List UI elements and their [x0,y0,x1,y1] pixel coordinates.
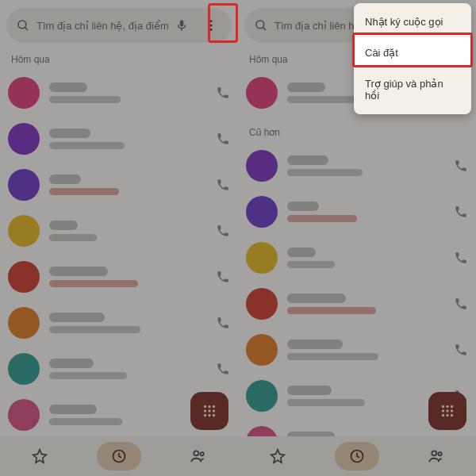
menu-settings[interactable]: Cài đặt [354,37,471,68]
contact-avatar [8,77,40,109]
call-detail-blurred [49,418,122,425]
call-icon[interactable] [216,132,230,146]
call-log-row[interactable] [238,189,476,235]
menu-call-log[interactable]: Nhật ký cuộc gọi [354,6,471,37]
call-icon[interactable] [216,224,230,238]
svg-point-20 [446,405,448,408]
svg-point-17 [256,21,264,29]
call-detail-blurred [287,307,376,314]
contact-avatar [8,353,40,385]
contact-name-blurred [287,294,346,303]
svg-point-25 [442,414,444,416]
svg-point-23 [446,409,448,412]
contact-name-blurred [49,129,90,138]
svg-point-9 [208,409,210,412]
contact-name-blurred [287,155,328,165]
svg-point-29 [432,451,436,455]
search-icon [254,18,268,33]
svg-point-26 [446,414,448,416]
nav-contacts[interactable] [414,442,459,470]
row-body [49,221,206,241]
call-detail-blurred [49,188,119,195]
contact-name-blurred [49,175,81,184]
call-log-row[interactable] [0,346,238,392]
row-body [287,386,444,406]
nav-recents[interactable] [97,442,141,470]
call-icon[interactable] [216,362,230,376]
contact-name-blurred [49,83,87,92]
call-log-row[interactable] [238,235,476,281]
svg-point-5 [204,405,206,408]
call-log-row[interactable] [0,116,238,162]
call-log-row[interactable] [0,300,238,346]
call-icon[interactable] [216,86,230,100]
contact-name-blurred [287,340,343,349]
call-log-row[interactable] [0,254,238,300]
row-body [49,175,206,195]
contact-avatar [8,215,40,247]
nav-favorites[interactable] [255,442,300,470]
call-detail-blurred [287,399,365,406]
svg-point-30 [438,452,441,455]
call-icon[interactable] [454,251,468,265]
call-icon[interactable] [454,159,468,173]
call-log-row[interactable] [238,281,476,327]
call-log-row[interactable] [238,143,476,189]
call-list [0,70,238,438]
menu-help[interactable]: Trợ giúp và phản hồi [354,68,471,111]
contact-avatar [246,288,278,320]
call-icon[interactable] [216,316,230,330]
call-detail-blurred [287,353,378,360]
row-body [287,202,444,222]
contact-avatar [246,242,278,274]
contact-name-blurred [49,405,97,414]
search-bar[interactable]: Tìm địa chỉ liên hệ, địa điểm [6,8,232,43]
call-log-row[interactable] [238,327,476,373]
call-log-row[interactable] [0,208,238,254]
call-icon[interactable] [454,205,468,219]
call-detail-blurred [49,142,125,149]
svg-point-15 [194,451,198,455]
row-body [49,359,206,379]
call-detail-blurred [49,234,97,241]
call-detail-blurred [49,280,138,287]
call-icon[interactable] [454,343,468,357]
search-placeholder: Tìm địa chỉ liên hệ, địa điểm [36,20,168,32]
mic-icon[interactable] [175,18,189,33]
call-log-row[interactable] [0,162,238,208]
row-body [287,294,444,314]
overflow-menu: Nhật ký cuộc gọi Cài đặt Trợ giúp và phả… [354,3,471,114]
svg-point-0 [18,21,26,29]
search-icon [16,18,30,33]
svg-point-19 [442,405,444,408]
contact-name-blurred [287,386,332,395]
svg-point-21 [451,405,453,408]
call-icon[interactable] [216,270,230,284]
contact-avatar [8,399,40,431]
nav-favorites[interactable] [17,442,62,470]
contact-avatar [246,196,278,228]
dialpad-fab[interactable] [190,392,228,430]
contact-avatar [246,77,278,109]
svg-point-22 [442,409,444,412]
svg-point-8 [204,409,206,412]
dialpad-fab[interactable] [428,392,466,430]
call-detail-blurred [49,96,121,103]
nav-contacts[interactable] [176,442,221,470]
row-body [49,83,206,103]
svg-point-6 [208,405,210,408]
phone-app-left: Tìm địa chỉ liên hệ, địa điểm Hôm qua [0,0,238,476]
call-detail-blurred [287,261,335,268]
svg-point-7 [213,405,215,408]
call-detail-blurred [287,169,363,176]
call-icon[interactable] [454,297,468,311]
call-detail-blurred [49,326,140,333]
call-log-row[interactable] [0,70,238,116]
svg-point-13 [213,414,215,416]
call-icon[interactable] [216,178,230,192]
svg-point-12 [208,414,210,416]
svg-line-18 [263,27,266,30]
highlight-more-button [208,3,238,43]
svg-point-16 [200,452,203,455]
nav-recents[interactable] [335,442,379,470]
